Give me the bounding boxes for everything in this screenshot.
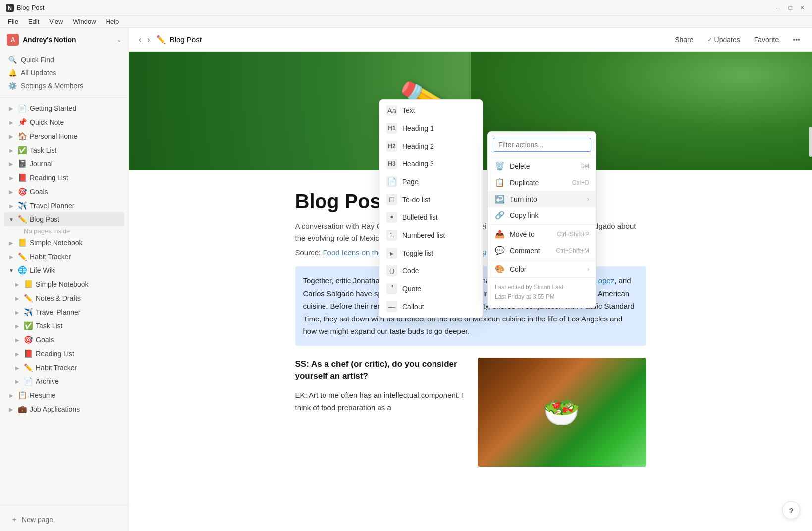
page-item-task-list[interactable]: ▶ ✅ Task List xyxy=(4,143,124,157)
page-item-reading-list[interactable]: ▶ 📕 Reading List xyxy=(4,171,124,185)
updates-label: Updates xyxy=(714,36,740,44)
page-item-simple-notebook[interactable]: ▶ 📒 Simple Notebook xyxy=(4,236,124,250)
page-label: Blog Post xyxy=(30,215,59,223)
maximize-button[interactable]: □ xyxy=(786,4,794,12)
sidebar-item-settings[interactable]: ⚙️ Settings & Members xyxy=(4,79,124,92)
close-button[interactable]: ✕ xyxy=(798,4,806,12)
page-item-goals[interactable]: ▶ 🎯 Goals xyxy=(4,185,124,199)
color-icon: 🎨 xyxy=(495,265,505,274)
page-item-simple-notebook-sub[interactable]: ▶ 📒 Simple Notebook xyxy=(4,277,124,291)
turn-into-code[interactable]: {} Code xyxy=(379,262,483,280)
page-icon: 🌐 xyxy=(18,266,27,275)
forward-button[interactable]: › xyxy=(145,33,152,46)
more-button[interactable]: ••• xyxy=(789,34,804,46)
duplicate-icon: 📋 xyxy=(495,178,505,187)
sidebar-resize-handle[interactable] xyxy=(126,28,128,531)
page-item-habit-tracker[interactable]: ▶ ✏️ Habit Tracker xyxy=(4,250,124,264)
sidebar-item-all-updates[interactable]: 🔔 All Updates xyxy=(4,66,124,79)
menu-edit[interactable]: Edit xyxy=(24,17,43,26)
page-item-quick-note[interactable]: ▶ 📌 Quick Note xyxy=(4,115,124,129)
page-label: Simple Notebook xyxy=(30,239,83,247)
page-item-resume[interactable]: ▶ 📋 Resume xyxy=(4,388,124,402)
turn-into-callout[interactable]: — Callout xyxy=(379,298,483,316)
page-item-archive[interactable]: ▶ 📄 Archive xyxy=(4,374,124,388)
turn-into-page[interactable]: 📄 Page xyxy=(379,173,483,191)
page-label: Reading List xyxy=(30,174,68,182)
favorite-button[interactable]: Favorite xyxy=(750,34,783,46)
sidebar-nav: 🔍 Quick Find 🔔 All Updates ⚙️ Settings &… xyxy=(0,52,128,94)
menu-file[interactable]: File xyxy=(4,17,22,26)
turn-into-toggle[interactable]: ▶ Toggle list xyxy=(379,244,483,262)
turn-into-heading1[interactable]: H1 Heading 1 xyxy=(379,119,483,137)
sidebar: A Andrey's Notion ⌄ 🔍 Quick Find 🔔 All U… xyxy=(0,28,129,531)
page-item-getting-started[interactable]: ▶ 📄 Getting Started xyxy=(4,102,124,115)
page-item-task-list-sub[interactable]: ▶ ✅ Task List xyxy=(4,319,124,333)
filter-input[interactable] xyxy=(493,138,591,152)
page-item-life-wiki[interactable]: ▼ 🌐 Life Wiki xyxy=(4,264,124,277)
ctx-comment[interactable]: 💬 Comment Ctrl+Shift+M xyxy=(488,242,596,259)
expand-arrow-icon: ▶ xyxy=(14,351,21,357)
workspace-header[interactable]: A Andrey's Notion ⌄ xyxy=(0,28,128,52)
turn-into-label: Heading 2 xyxy=(402,142,434,150)
ctx-move-shortcut: Ctrl+Shift+P xyxy=(557,231,589,238)
expand-arrow-icon: ▶ xyxy=(14,282,21,287)
ctx-move-to[interactable]: 📤 Move to Ctrl+Shift+P xyxy=(488,226,596,242)
ctx-turn-into[interactable]: ↩️ Turn into › xyxy=(488,191,596,207)
ctx-delete[interactable]: 🗑️ Delete Del xyxy=(488,158,596,174)
page-icon: ✈️ xyxy=(24,308,33,317)
page-item-personal-home[interactable]: ▶ 🏠 Personal Home xyxy=(4,129,124,143)
workspace-avatar: A xyxy=(7,34,19,46)
turn-into-bulleted[interactable]: • Bulleted list xyxy=(379,209,483,226)
turn-into-heading3[interactable]: H3 Heading 3 xyxy=(379,155,483,173)
page-label: Habit Tracker xyxy=(36,364,77,372)
new-page-label: New page xyxy=(22,516,53,524)
checkmark-icon: ✓ xyxy=(707,36,712,43)
page-item-blog-post[interactable]: ▼ ✏️ Blog Post xyxy=(4,212,124,226)
page-title: Blog Post xyxy=(170,35,202,44)
ctx-divider-2 xyxy=(488,224,596,225)
page-item-travel-planner[interactable]: ▶ ✈️ Travel Planner xyxy=(4,199,124,212)
turn-into-todo[interactable]: ☐ To-do list xyxy=(379,191,483,209)
title-bar: N Blog Post ─ □ ✕ xyxy=(0,0,812,16)
page-item-habit-tracker-sub[interactable]: ▶ ✏️ Habit Tracker xyxy=(4,361,124,374)
ctx-copy-link[interactable]: 🔗 Copy link xyxy=(488,207,596,223)
turn-into-label: Heading 3 xyxy=(402,160,434,168)
expand-arrow-icon: ▶ xyxy=(8,189,15,195)
submenu-arrow-icon: › xyxy=(587,196,589,203)
page-item-notes-drafts[interactable]: ▶ ✏️ Notes & Drafts xyxy=(4,291,124,305)
page-item-job-applications[interactable]: ▶ 💼 Job Applications xyxy=(4,402,124,416)
menu-view[interactable]: View xyxy=(45,17,67,26)
new-page-button[interactable]: ＋ New page xyxy=(7,512,121,527)
blog-section-1: SS: As a chef (or critic), do you consid… xyxy=(295,358,468,414)
source-label: Source: xyxy=(295,248,321,257)
page-label: Notes & Drafts xyxy=(36,294,81,302)
turn-into-heading2[interactable]: H2 Heading 2 xyxy=(379,137,483,155)
menu-help[interactable]: Help xyxy=(102,17,123,26)
menu-window[interactable]: Window xyxy=(69,17,100,26)
share-button[interactable]: Share xyxy=(671,34,697,46)
turn-into-text[interactable]: Aa Text xyxy=(379,102,483,119)
link-icon: 🔗 xyxy=(495,211,505,220)
quote-icon: " xyxy=(386,283,397,294)
page-icon: 📋 xyxy=(18,391,27,400)
page-item-travel-planner-sub[interactable]: ▶ ✈️ Travel Planner xyxy=(4,305,124,319)
page-label: Task List xyxy=(30,146,56,154)
window-controls: ─ □ ✕ xyxy=(774,4,806,12)
back-button[interactable]: ‹ xyxy=(137,33,143,46)
page-item-goals-sub[interactable]: ▶ 🎯 Goals xyxy=(4,333,124,347)
turn-into-icon: ↩️ xyxy=(495,194,505,204)
sidebar-item-quick-find[interactable]: 🔍 Quick Find xyxy=(4,53,124,66)
page-item-journal[interactable]: ▶ 📓 Journal xyxy=(4,157,124,171)
turn-into-quote[interactable]: " Quote xyxy=(379,280,483,298)
help-button[interactable]: ? xyxy=(782,501,800,519)
minimize-button[interactable]: ─ xyxy=(774,4,782,12)
expand-arrow-icon: ▶ xyxy=(8,407,15,412)
updates-button[interactable]: ✓ Updates xyxy=(704,34,744,46)
top-bar: ‹ › ✏️ Blog Post Share ✓ Updates Favorit… xyxy=(129,28,812,52)
ctx-color[interactable]: 🎨 Color › xyxy=(488,261,596,277)
page-item-reading-list-sub[interactable]: ▶ 📕 Reading List xyxy=(4,347,124,361)
turn-into-label: Bulleted list xyxy=(402,213,438,221)
ctx-duplicate[interactable]: 📋 Duplicate Ctrl+D xyxy=(488,174,596,191)
turn-into-numbered[interactable]: 1. Numbered list xyxy=(379,226,483,244)
page-label: Habit Tracker xyxy=(30,253,71,261)
